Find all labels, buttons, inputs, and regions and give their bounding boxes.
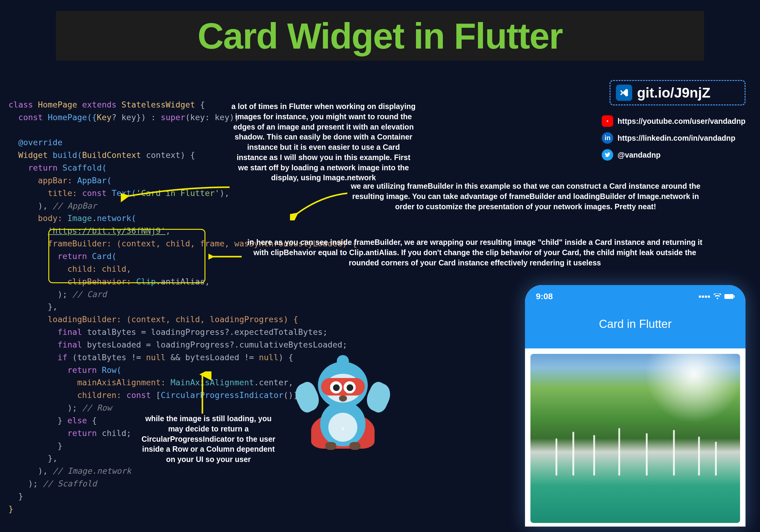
status-time: 9:08 <box>536 292 553 301</box>
status-icons: ▪▪▪▪ <box>698 292 735 301</box>
else-brace: { <box>87 416 97 425</box>
close-img: ), <box>38 466 53 475</box>
com-row: // Row <box>82 403 112 413</box>
linkedin-icon: in <box>602 132 613 144</box>
maa: mainAxisAlignment: <box>77 378 171 387</box>
signal-icon: ▪▪▪▪ <box>698 292 710 301</box>
svg-rect-2 <box>734 295 735 298</box>
arrow-4 <box>193 371 212 417</box>
annotation-3: in here as you can see inside frameBuild… <box>242 237 707 268</box>
clip-cls: Clip <box>136 277 156 286</box>
q: ? <box>112 112 116 122</box>
close-appbar: ), <box>38 201 53 210</box>
kw-else: else <box>68 416 87 425</box>
and: && bytesLoaded != <box>166 353 259 362</box>
kw-return4: return <box>68 428 97 438</box>
maa-cls: MainAxisAlignment <box>170 378 254 387</box>
close-card: ); <box>58 289 72 299</box>
kw-const2: const <box>82 188 107 198</box>
totalbytes: totalBytes = loadingProgress?.expectedTo… <box>82 327 328 337</box>
prm-clip: clipBehavior: <box>68 277 136 286</box>
null2: null <box>259 353 278 362</box>
kw-final2: final <box>58 340 82 349</box>
annotation-4: while the image is still loading, you ma… <box>139 414 278 465</box>
twitter-link[interactable]: @vandadnp <box>602 149 745 161</box>
com-card: // Card <box>72 289 107 299</box>
dot: . <box>92 213 97 223</box>
brace: { <box>195 100 205 109</box>
linkedin-link[interactable]: in https://linkedin.com/in/vandadnp <box>602 132 745 144</box>
loadingbuilder: loadingBuilder: (context, child, loading… <box>48 315 298 324</box>
scaffold: Scaffold( <box>58 163 107 172</box>
close-class: } <box>9 504 13 513</box>
appbar-call: AppBar( <box>77 176 112 185</box>
card-call: Card( <box>87 251 117 261</box>
com-scaf: // Scaffold <box>43 479 97 488</box>
param-key: key}) : <box>117 112 161 122</box>
kw-class: class <box>9 100 33 109</box>
twitter-text: @vandadnp <box>617 151 660 159</box>
vscode-icon <box>616 85 632 101</box>
com-appbar: // AppBar <box>53 201 97 210</box>
youtube-link[interactable]: https://youtube.com/user/vandadnp <box>602 115 745 127</box>
source-link-box[interactable]: git.io/J9njZ <box>610 80 745 105</box>
close-lb: }, <box>48 454 58 463</box>
arrow-1 <box>121 184 233 208</box>
phone-appbar-title: Card in Flutter <box>525 318 745 331</box>
prm-title: title: <box>48 188 82 198</box>
children: children: <box>77 390 126 400</box>
kw-return: return <box>28 163 58 172</box>
cls-homepage: HomePage <box>38 100 77 109</box>
svg-rect-1 <box>724 294 734 299</box>
phone-appbar: 9:08 ▪▪▪▪ Card in Flutter <box>525 285 745 348</box>
phone-mockup: 9:08 ▪▪▪▪ Card in Flutter <box>525 285 745 527</box>
cls-stateless: StatelessWidget <box>121 100 195 109</box>
image-cls: Image <box>68 213 92 223</box>
social-links: https://youtube.com/user/vandadnp in htt… <box>602 115 745 161</box>
wifi-icon <box>713 293 721 299</box>
battery-icon <box>724 294 735 299</box>
kw-const: const <box>19 112 43 122</box>
status-bar: 9:08 ▪▪▪▪ <box>525 285 745 301</box>
row-call: Row( <box>97 365 121 375</box>
else-close: } <box>58 416 68 425</box>
twitter-icon <box>602 149 613 161</box>
comma: , <box>166 226 170 236</box>
prm-appbar: appBar: <box>38 176 77 185</box>
close-build: } <box>19 492 23 501</box>
arr-open: [ <box>151 390 161 400</box>
type-bc: BuildContext <box>82 150 141 160</box>
kw-extends: extends <box>82 100 117 109</box>
dash-mascot: › <box>298 347 388 446</box>
youtube-icon <box>602 115 613 127</box>
override: @override <box>19 138 63 147</box>
close-scaf: ); <box>28 479 43 488</box>
kw-if: if <box>58 353 68 362</box>
kw-final1: final <box>58 327 82 337</box>
close-fb: }, <box>48 302 58 311</box>
network-call: network( <box>97 213 136 223</box>
type-key: Key <box>97 112 112 122</box>
center: .center, <box>254 378 293 387</box>
antialias: .antiAlias, <box>156 277 210 286</box>
page-title: Card Widget in Flutter <box>198 15 562 57</box>
param-ctx: context) { <box>141 150 195 160</box>
cond1: (totalBytes != <box>68 353 146 362</box>
url-string: 'https://bit.ly/36fNNj9' <box>48 226 166 236</box>
arrow-2 <box>290 190 351 220</box>
ifbrace: ) { <box>278 353 293 362</box>
cpi: CircularProgressIndicator <box>161 390 283 400</box>
annotation-2: we are utilizing frameBuilder in this ex… <box>344 181 707 212</box>
kw-super: super <box>161 112 185 122</box>
null1: null <box>146 353 166 362</box>
title-bar: Card Widget in Flutter <box>56 11 704 61</box>
fn-build: build( <box>48 150 82 160</box>
com-img: // Image.network <box>53 466 131 475</box>
kw-return2: return <box>58 251 87 261</box>
annotation-1: a lot of times in Flutter when working o… <box>231 102 416 183</box>
ret-widget: Widget <box>19 150 48 160</box>
kw-return3: return <box>68 365 97 375</box>
ret-child: child; <box>97 428 131 438</box>
prm-body: body: <box>38 213 68 223</box>
phone-card-image <box>530 354 740 523</box>
